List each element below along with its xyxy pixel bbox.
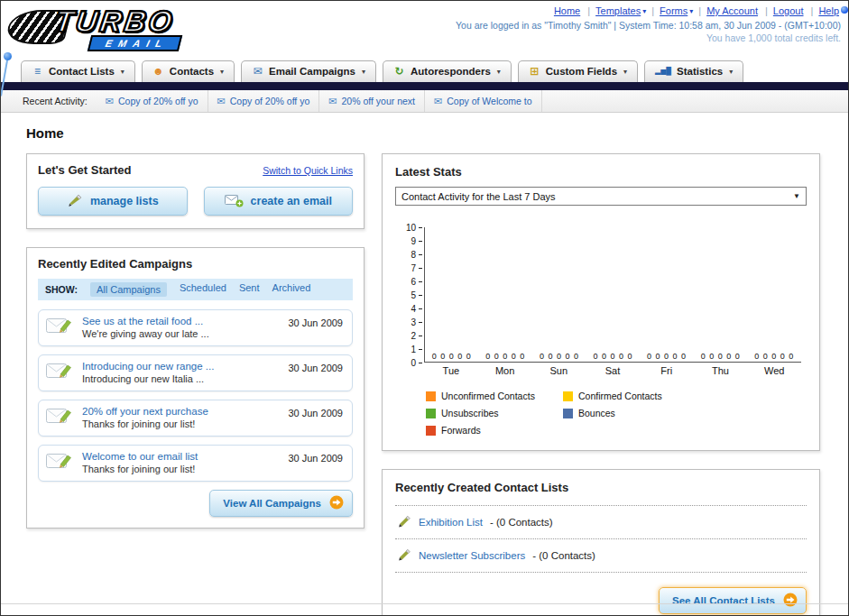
campaign-list-item[interactable]: See us at the retail food ... We're givi… bbox=[38, 309, 353, 346]
chart-value-group: 0 0 0 0 0 bbox=[479, 352, 533, 362]
logo-callout-dot-icon bbox=[4, 52, 12, 60]
campaign-title-link[interactable]: Introducing our new range ... bbox=[82, 361, 272, 372]
top-link-my-account[interactable]: My Account bbox=[706, 5, 758, 16]
campaign-title-link[interactable]: Welcome to our email list bbox=[82, 451, 272, 462]
tab-custom-fields[interactable]: ⊞ Custom Fields ▾ bbox=[518, 60, 638, 82]
recent-activity-item[interactable]: ✉ Copy of 20% off yo bbox=[97, 90, 208, 112]
campaign-title-link[interactable]: See us at the retail food ... bbox=[82, 316, 272, 326]
select-dropdown-icon: ▼ bbox=[793, 192, 800, 200]
chevron-down-icon: ▾ bbox=[497, 68, 501, 76]
top-link-templates[interactable]: Templates bbox=[595, 5, 641, 16]
contact-list-name-link[interactable]: Newsletter Subscribers bbox=[419, 550, 525, 561]
legend-label: Unsubscribes bbox=[441, 408, 499, 418]
header-right: Home Templates ▾ Forms ▾ My Accoun bbox=[456, 5, 841, 43]
see-all-contact-lists-button[interactable]: See All Contact Lists bbox=[659, 587, 807, 614]
campaign-filter-bar: SHOW: All Campaigns Scheduled Sent Archi… bbox=[38, 279, 353, 300]
manage-lists-label: manage lists bbox=[90, 195, 159, 207]
autoresponders-icon: ↻ bbox=[393, 66, 405, 77]
tab-statistics[interactable]: ▂▅█ Statistics ▾ bbox=[644, 60, 743, 82]
arrow-right-icon bbox=[329, 495, 344, 511]
contact-list-name-link[interactable]: Exhibition List bbox=[419, 517, 483, 528]
chart-legend: Unconfirmed Contacts Confirmed Contacts … bbox=[426, 391, 807, 436]
legend-swatch-icon bbox=[563, 391, 573, 401]
recent-activity-item[interactable]: ✉ Copy of Welcome to bbox=[425, 90, 542, 112]
tab-autoresponders[interactable]: ↻ Autoresponders ▾ bbox=[383, 60, 512, 82]
contacts-icon: ☻ bbox=[152, 66, 164, 77]
recent-activity-item[interactable]: ✉ Copy of 20% off yo bbox=[208, 90, 320, 112]
campaign-list-item[interactable]: 20% off your next purchase Thanks for jo… bbox=[38, 400, 353, 437]
legend-swatch-icon bbox=[426, 409, 436, 418]
legend-label: Forwards bbox=[441, 425, 481, 436]
envelope-pencil-icon bbox=[46, 451, 74, 474]
legend-item: Unconfirmed Contacts bbox=[426, 391, 563, 401]
chart-x-label: Sat bbox=[586, 365, 640, 376]
filter-sent[interactable]: Sent bbox=[239, 282, 260, 297]
recently-created-contact-lists-panel: Recently Created Contact Lists Exhibitio… bbox=[382, 469, 820, 616]
pencil-icon bbox=[67, 193, 83, 210]
left-column: Let's Get Started Switch to Quick Links … bbox=[26, 153, 365, 529]
chart-x-label: Mon bbox=[478, 365, 532, 376]
create-email-button[interactable]: create an email bbox=[204, 187, 354, 216]
chart-value-group: 0 0 0 0 0 bbox=[747, 352, 801, 362]
footer-divider bbox=[1, 603, 848, 604]
campaign-list: See us at the retail food ... We're givi… bbox=[38, 309, 353, 482]
tab-contact-lists[interactable]: ≡ Contact Lists ▾ bbox=[21, 60, 135, 82]
tab-email-campaigns[interactable]: ✉ Email Campaigns ▾ bbox=[241, 60, 376, 82]
switch-to-quick-links-link[interactable]: Switch to Quick Links bbox=[263, 165, 353, 176]
credits-info: You have 1,000 total credits left. bbox=[456, 32, 841, 43]
recent-activity-item-label: 20% off your next bbox=[342, 96, 416, 106]
campaign-list-item[interactable]: Welcome to our email list Thanks for joi… bbox=[38, 445, 353, 482]
campaign-filters: All Campaigns Scheduled Sent Archived bbox=[90, 282, 310, 297]
contact-list-count: - (0 Contacts) bbox=[490, 517, 553, 528]
get-started-panel: Let's Get Started Switch to Quick Links … bbox=[26, 153, 365, 229]
campaign-date: 30 Jun 2009 bbox=[288, 453, 343, 464]
create-email-label: create an email bbox=[251, 195, 332, 207]
contact-list-item[interactable]: Newsletter Subscribers - (0 Contacts) bbox=[395, 538, 807, 573]
top-link-home[interactable]: Home bbox=[554, 5, 580, 16]
arrow-right-icon bbox=[783, 593, 798, 609]
stats-period-select[interactable]: Contact Activity for the Last 7 Days ▼ bbox=[395, 187, 807, 206]
filter-all-campaigns[interactable]: All Campaigns bbox=[90, 282, 167, 297]
email-campaigns-icon: ✉ bbox=[252, 66, 263, 77]
chart-value-group: 0 0 0 0 0 bbox=[586, 352, 641, 362]
pencil-icon bbox=[397, 547, 411, 564]
chart-value-group: 0 0 0 0 0 bbox=[425, 352, 479, 362]
top-link-help[interactable]: Help bbox=[818, 5, 839, 16]
filter-scheduled[interactable]: Scheduled bbox=[180, 282, 226, 297]
legend-item: Unsubscribes bbox=[426, 408, 563, 418]
campaign-title-link[interactable]: 20% off your next purchase bbox=[82, 406, 272, 417]
filter-archived[interactable]: Archived bbox=[272, 282, 311, 297]
campaign-subtitle: Introducing our new Italia ... bbox=[82, 373, 272, 384]
campaign-list-item[interactable]: Introducing our new range ... Introducin… bbox=[38, 354, 353, 391]
campaign-subtitle: Thanks for joining our list! bbox=[82, 418, 272, 429]
get-started-title: Let's Get Started bbox=[38, 163, 132, 177]
envelope-icon: ✉ bbox=[217, 96, 226, 107]
stats-period-value: Contact Activity for the Last 7 Days bbox=[401, 191, 556, 202]
top-link-logout[interactable]: Logout bbox=[773, 5, 804, 16]
logo-text-secondary: EMAIL bbox=[88, 35, 183, 51]
recent-activity-item[interactable]: ✉ 20% off your next bbox=[319, 90, 425, 112]
turbo-email-logo[interactable]: TURBO EMAIL bbox=[6, 3, 259, 53]
recent-activity-label: Recent Activity: bbox=[23, 96, 88, 106]
campaign-subtitle: We're giving away our late ... bbox=[82, 328, 272, 339]
chart-x-label: Fri bbox=[640, 365, 694, 376]
top-links: Home Templates ▾ Forms ▾ My Accoun bbox=[456, 5, 841, 16]
contact-lists-icon: ≡ bbox=[32, 66, 43, 77]
campaigns-panel-title: Recently Edited Campaigns bbox=[38, 257, 353, 271]
view-all-campaigns-button[interactable]: View All Campaigns bbox=[209, 490, 353, 517]
chevron-down-icon: ▾ bbox=[220, 68, 224, 76]
view-all-campaigns-label: View All Campaigns bbox=[223, 498, 321, 509]
stats-panel-title: Latest Stats bbox=[395, 165, 807, 179]
tab-contacts[interactable]: ☻ Contacts ▾ bbox=[142, 60, 235, 82]
legend-item: Bounces bbox=[563, 408, 700, 418]
contact-list-item[interactable]: Exhibition List - (0 Contacts) bbox=[395, 505, 807, 538]
envelope-pencil-icon bbox=[46, 406, 74, 429]
chart-x-label: Tue bbox=[424, 365, 478, 376]
legend-label: Bounces bbox=[578, 408, 615, 418]
legend-label: Unconfirmed Contacts bbox=[441, 391, 535, 401]
envelope-icon: ✉ bbox=[106, 96, 114, 107]
nav-tab-label: Email Campaigns bbox=[269, 66, 355, 77]
top-link-forms[interactable]: Forms bbox=[660, 5, 688, 16]
campaign-subtitle: Thanks for joining our list! bbox=[82, 464, 272, 474]
manage-lists-button[interactable]: manage lists bbox=[38, 187, 188, 216]
